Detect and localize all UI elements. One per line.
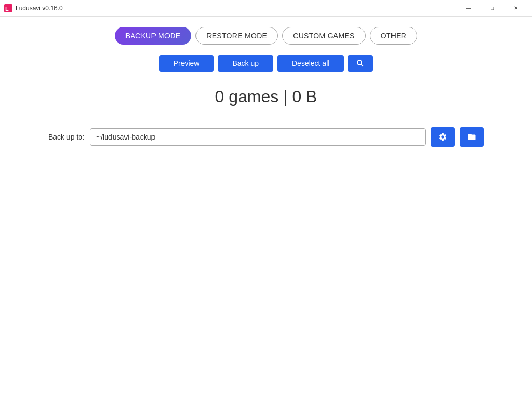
gear-icon bbox=[438, 132, 447, 142]
app-title: Ludusavi v0.16.0 bbox=[16, 5, 63, 12]
search-button[interactable] bbox=[348, 55, 373, 72]
maximize-button[interactable]: □ bbox=[480, 0, 504, 17]
action-buttons: Preview Back up Deselect all bbox=[159, 55, 373, 72]
close-icon: ✕ bbox=[514, 6, 518, 11]
close-button[interactable]: ✕ bbox=[504, 0, 528, 17]
search-icon bbox=[356, 59, 365, 67]
title-bar-left: L Ludusavi v0.16.0 bbox=[4, 4, 63, 12]
svg-point-2 bbox=[357, 60, 362, 65]
minimize-button[interactable]: — bbox=[456, 0, 480, 17]
backup-folder-button[interactable] bbox=[460, 127, 484, 147]
svg-text:L: L bbox=[5, 6, 9, 12]
window-controls: — □ ✕ bbox=[456, 0, 528, 17]
backup-button[interactable]: Back up bbox=[218, 55, 273, 72]
tab-restore[interactable]: RESTORE MODE bbox=[195, 27, 278, 45]
deselect-all-button[interactable]: Deselect all bbox=[277, 55, 344, 72]
backup-destination-row: Back up to: bbox=[48, 127, 484, 147]
tab-backup[interactable]: BACKUP MODE bbox=[115, 27, 192, 45]
tab-other[interactable]: OTHER bbox=[370, 27, 418, 45]
backup-label: Back up to: bbox=[48, 133, 85, 141]
preview-button[interactable]: Preview bbox=[159, 55, 214, 72]
maximize-icon: □ bbox=[491, 6, 494, 11]
backup-path-input[interactable] bbox=[90, 128, 426, 146]
main-content: BACKUP MODE RESTORE MODE CUSTOM GAMES OT… bbox=[0, 17, 532, 415]
minimize-icon: — bbox=[466, 6, 471, 11]
svg-line-3 bbox=[361, 64, 363, 66]
mode-tabs: BACKUP MODE RESTORE MODE CUSTOM GAMES OT… bbox=[115, 27, 417, 45]
stats-display: 0 games | 0 B bbox=[215, 87, 317, 106]
app-icon: L bbox=[4, 4, 12, 12]
title-bar: L Ludusavi v0.16.0 — □ ✕ bbox=[0, 0, 532, 17]
tab-custom-games[interactable]: CUSTOM GAMES bbox=[282, 27, 365, 45]
folder-icon bbox=[467, 132, 477, 142]
backup-settings-button[interactable] bbox=[431, 127, 455, 147]
